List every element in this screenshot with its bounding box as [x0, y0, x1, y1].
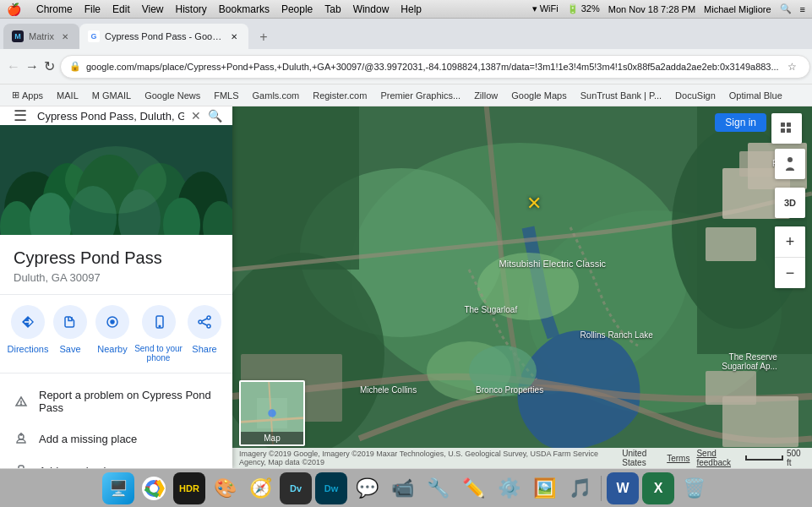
dock-separator — [601, 476, 602, 501]
dock-chrome[interactable] — [138, 472, 170, 504]
share-button[interactable]: Share — [183, 305, 226, 363]
dock-hdr[interactable]: HDR — [173, 472, 205, 504]
dock-word[interactable]: W — [607, 472, 639, 504]
search-clear-button[interactable]: ✕ — [191, 109, 201, 123]
dock-item-10[interactable]: 🔧 — [422, 472, 454, 504]
dock-item-4[interactable]: 🎨 — [209, 472, 241, 504]
nearby-button[interactable]: Nearby — [91, 305, 134, 363]
menu-view[interactable]: View — [142, 3, 164, 15]
apple-menu[interactable]: 🍎 — [7, 3, 21, 16]
dock-item-6[interactable]: Dv — [280, 472, 312, 504]
menu-history[interactable]: History — [176, 3, 207, 15]
map-send-feedback[interactable]: Send feedback — [696, 449, 738, 467]
dock-finder[interactable]: 🖥️ — [102, 472, 134, 504]
save-button[interactable]: Save — [49, 305, 91, 363]
add-missing-place-item[interactable]: Add a missing place — [0, 422, 232, 455]
menu-edit[interactable]: Edit — [112, 3, 130, 15]
menu-file[interactable]: File — [84, 3, 101, 15]
dock-settings[interactable]: ⚙️ — [493, 472, 525, 504]
bookmark-mail[interactable]: MAIL — [52, 89, 84, 102]
report-problem-item[interactable]: Report a problem on Cypress Pond Pass — [0, 380, 232, 422]
tab-matrix-close[interactable]: ✕ — [59, 30, 71, 42]
svg-point-12 — [65, 146, 166, 214]
bookmark-zillow[interactable]: Zillow — [469, 89, 503, 102]
tab-matrix[interactable]: M Matrix ✕ — [3, 24, 79, 49]
add-business-item[interactable]: Add your business — [0, 455, 232, 468]
svg-rect-49 — [787, 123, 791, 127]
dock-facetime[interactable]: 📹 — [386, 472, 418, 504]
dock-trash[interactable]: 🗑️ — [678, 472, 710, 504]
tab-googlemaps-close[interactable]: ✕ — [228, 30, 240, 42]
bookmark-fmls[interactable]: FMLS — [209, 89, 243, 102]
bookmark-google-news[interactable]: Google News — [139, 89, 205, 102]
bookmark-register[interactable]: Register.com — [308, 89, 372, 102]
street-view-button[interactable] — [775, 149, 805, 179]
send-to-phone-button[interactable]: Send to your phone — [134, 305, 183, 363]
menu-tab[interactable]: Tab — [324, 3, 341, 15]
bookmark-google-maps[interactable]: Google Maps — [506, 89, 571, 102]
dock-dw[interactable]: Dw — [315, 472, 347, 504]
report-problem-label: Report a problem on Cypress Pond Pass — [39, 389, 219, 414]
map-terms[interactable]: Terms — [667, 454, 689, 463]
dock-compass[interactable]: 🧭 — [244, 472, 276, 504]
sign-in-container: Sign in — [715, 113, 766, 132]
svg-line-20 — [202, 319, 207, 321]
dock-photos[interactable]: 🖼️ — [528, 472, 560, 504]
mini-map-label: Map — [241, 432, 303, 444]
mini-map[interactable]: Map — [239, 380, 305, 446]
username: Michael Migliore — [704, 4, 771, 14]
panel-search-input[interactable] — [37, 110, 184, 123]
menu-help[interactable]: Help — [401, 3, 422, 15]
bookmark-premier[interactable]: Premier Graphics... — [375, 89, 466, 102]
forward-button[interactable]: → — [25, 55, 39, 79]
svg-point-19 — [199, 320, 202, 324]
menu-window[interactable]: Window — [353, 3, 390, 15]
dock-excel[interactable]: X — [642, 472, 674, 504]
map-attribution: Imagery ©2019 Google, Imagery ©2019 Maxa… — [239, 450, 615, 466]
bookmark-apps[interactable]: ⊞ Apps — [7, 88, 48, 102]
dock-messages[interactable]: 💬 — [351, 472, 383, 504]
bookmark-mail-label: MAIL — [57, 90, 79, 101]
refresh-button[interactable]: ↻ — [44, 55, 55, 79]
bookmark-gamls[interactable]: Gamls.com — [248, 89, 305, 102]
address-bar[interactable]: 🔒 google.com/maps/place/Cypress+Pond+Pas… — [60, 55, 810, 79]
menu-chrome[interactable]: Chrome — [36, 3, 73, 15]
dock-pencil[interactable]: ✏️ — [457, 472, 489, 504]
dock-music[interactable]: 🎵 — [564, 472, 596, 504]
menu-people[interactable]: People — [281, 3, 313, 15]
address-bar-icons: ☆ — [784, 58, 801, 75]
map-scale-bar: 500 ft — [745, 449, 805, 467]
panel-menu-button[interactable]: ☰ — [10, 106, 30, 125]
map-area[interactable]: Mitsubishi Electric Classic The Sugarloa… — [232, 106, 812, 468]
search-icon[interactable]: 🔍 — [780, 3, 792, 14]
panel-thumbnail[interactable] — [0, 125, 232, 235]
wifi-icon: ▾ WiFi — [532, 3, 559, 14]
map-marker[interactable]: ✕ — [526, 193, 542, 215]
3d-button[interactable]: 3D — [775, 188, 805, 218]
bookmarks-bar: ⊞ Apps MAIL M GMAIL Google News FMLS Gam… — [0, 84, 812, 106]
zoom-in-button[interactable]: + — [775, 226, 805, 257]
main-content: ☰ ✕ 🔍 — [0, 106, 812, 468]
tab-add-button[interactable]: + — [252, 25, 275, 49]
zoom-out-button[interactable]: − — [775, 258, 805, 288]
tab-google-maps[interactable]: G Cypress Pond Pass - Google Maps ✕ — [79, 24, 248, 49]
sign-in-button[interactable]: Sign in — [715, 113, 766, 132]
bookmark-docusign[interactable]: DocuSign — [670, 89, 721, 102]
svg-point-47 — [469, 346, 537, 396]
bookmark-star-button[interactable]: ☆ — [784, 58, 801, 75]
bookmark-suntrust[interactable]: SunTrust Bank | P... — [575, 89, 667, 102]
controls-icon[interactable]: ≡ — [800, 4, 805, 14]
map-country: United States — [622, 449, 660, 467]
send-label: Send to your phone — [134, 344, 183, 363]
directions-button[interactable]: Directions — [7, 305, 49, 363]
search-button[interactable]: 🔍 — [208, 109, 222, 123]
bookmark-apps-label: Apps — [22, 90, 43, 101]
bookmark-gmail-label: GMAIL — [102, 90, 131, 101]
map-grid-button[interactable] — [771, 113, 802, 144]
bookmark-gmail[interactable]: M GMAIL — [87, 89, 136, 102]
back-button[interactable]: ← — [7, 55, 20, 79]
menu-bookmarks[interactable]: Bookmarks — [219, 3, 270, 15]
map-bottom-bar-right: United States Terms Send feedback 500 ft — [622, 449, 805, 467]
svg-point-58 — [150, 484, 158, 493]
bookmark-optimalblue[interactable]: Optimal Blue — [724, 89, 787, 102]
